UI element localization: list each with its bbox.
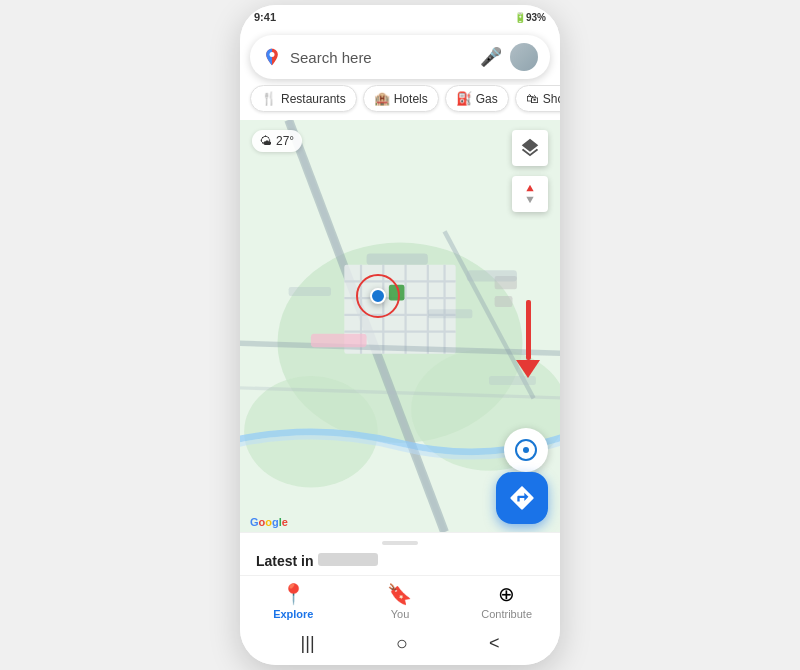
hotels-label: Hotels [394, 92, 428, 106]
gas-label: Gas [476, 92, 498, 106]
svg-rect-27 [428, 309, 473, 318]
pill-gas[interactable]: ⛽ Gas [445, 85, 509, 112]
restaurants-label: Restaurants [281, 92, 346, 106]
phone-frame: 9:41 🔋93% Search here 🎤 🍴 Restaurants 🏨 [240, 5, 560, 665]
my-location-icon [515, 439, 537, 461]
hotels-icon: 🏨 [374, 91, 390, 106]
svg-point-1 [270, 52, 275, 57]
layers-button[interactable] [512, 130, 548, 166]
contribute-label: Contribute [481, 608, 532, 620]
status-time: 9:41 [254, 11, 276, 23]
android-home-btn[interactable]: ○ [396, 632, 408, 655]
pill-restaurants[interactable]: 🍴 Restaurants [250, 85, 357, 112]
directions-fab-icon [508, 484, 536, 512]
contribute-icon: ⊕ [498, 582, 515, 606]
svg-rect-24 [311, 334, 367, 347]
battery-icon: 🔋93% [514, 12, 546, 23]
map-area[interactable]: 🌤 27° [240, 120, 560, 532]
svg-rect-29 [489, 376, 536, 385]
layers-icon [519, 137, 541, 159]
category-pills: 🍴 Restaurants 🏨 Hotels ⛽ Gas 🛍 Shopping [240, 85, 560, 120]
android-back-btn[interactable]: < [489, 633, 500, 654]
status-bar: 9:41 🔋93% [240, 5, 560, 29]
sheet-handle [382, 541, 418, 545]
gas-icon: ⛽ [456, 91, 472, 106]
svg-rect-21 [389, 285, 405, 301]
svg-rect-25 [367, 254, 428, 265]
shopping-label: Shopping [543, 92, 560, 106]
my-location-dot [523, 447, 529, 453]
svg-rect-26 [467, 270, 517, 281]
search-field[interactable]: Search here 🎤 [250, 35, 550, 79]
bottom-nav: 📍 Explore 🔖 You ⊕ Contribute [240, 575, 560, 624]
explore-icon: 📍 [281, 582, 306, 606]
google-maps-logo [262, 47, 282, 67]
you-label: You [391, 608, 410, 620]
pill-shopping[interactable]: 🛍 Shopping [515, 85, 560, 112]
shopping-icon: 🛍 [526, 91, 539, 106]
directions-fab-button[interactable] [496, 472, 548, 524]
search-bar-container: Search here 🎤 [240, 29, 560, 85]
bottom-sheet: Latest in [240, 532, 560, 575]
android-menu-btn[interactable]: ||| [301, 633, 315, 654]
nav-you[interactable]: 🔖 You [368, 582, 432, 620]
my-location-button[interactable] [504, 428, 548, 472]
compass-button[interactable] [512, 176, 548, 212]
search-placeholder: Search here [290, 49, 472, 66]
svg-rect-28 [289, 287, 331, 296]
pill-hotels[interactable]: 🏨 Hotels [363, 85, 439, 112]
mic-icon[interactable]: 🎤 [480, 46, 502, 68]
android-nav-bar: ||| ○ < [240, 624, 560, 665]
location-blur [318, 553, 378, 566]
nav-contribute[interactable]: ⊕ Contribute [475, 582, 539, 620]
you-icon: 🔖 [387, 582, 412, 606]
restaurants-icon: 🍴 [261, 91, 277, 106]
status-icons: 🔋93% [514, 12, 546, 23]
user-avatar[interactable] [510, 43, 538, 71]
latest-title: Latest in [256, 553, 314, 569]
explore-label: Explore [273, 608, 313, 620]
svg-rect-23 [495, 296, 513, 307]
nav-explore[interactable]: 📍 Explore [261, 582, 325, 620]
compass-icon [519, 183, 541, 205]
